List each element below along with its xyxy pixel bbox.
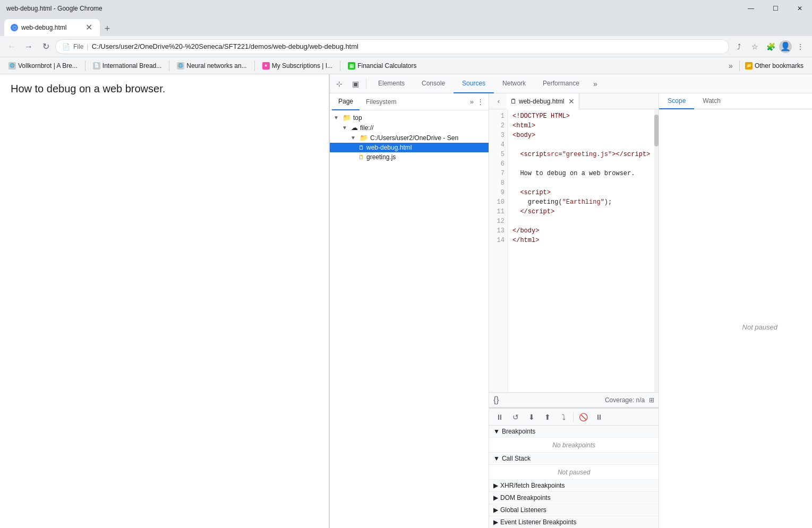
tab-console[interactable]: Console xyxy=(413,74,454,93)
url-text: C:/Users/user2/OneDrive%20-%20Seneca/SFT… xyxy=(92,42,722,50)
call-stack-header[interactable]: ▼ Call Stack xyxy=(489,453,659,465)
sources-tabs-more[interactable]: » xyxy=(470,98,474,106)
debug-resume-button[interactable]: ↺ xyxy=(509,411,522,423)
code-line-14: </html> xyxy=(512,236,650,245)
address-bar: ← → ↻ 📄 File | C:/Users/user2/OneDrive%2… xyxy=(0,36,812,57)
tree-item-greetingjs[interactable]: 🗒 greeting.js xyxy=(330,152,489,162)
editor-tab-close[interactable]: ✕ xyxy=(568,97,575,106)
reload-button[interactable]: ↻ xyxy=(38,39,53,54)
editor-scrollbar-thumb[interactable] xyxy=(654,115,659,146)
bookmark-label-1: Vollkornbrot | A Bre... xyxy=(18,62,78,70)
editor-tab-icon: 🗒 xyxy=(510,98,517,105)
xhr-breakpoints-header[interactable]: ▶ XHR/fetch Breakpoints xyxy=(489,480,659,492)
code-content[interactable]: <!DOCTYPE HTML> <html> <body> <script sr… xyxy=(508,109,654,392)
close-button[interactable]: ✕ xyxy=(788,0,812,17)
coverage-text: Coverage: n/a xyxy=(605,396,645,404)
dom-breakpoints-header[interactable]: ▶ DOM Breakpoints xyxy=(489,492,659,504)
code-line-11: </script> xyxy=(512,207,650,217)
tab-elements[interactable]: Elements xyxy=(370,74,413,93)
editor-bottom-bar: {} Coverage: n/a ⊞ xyxy=(489,392,659,407)
coverage-icon[interactable]: ⊞ xyxy=(649,396,654,404)
main-area: How to debug on a web browser. ⊹ ▣ Eleme… xyxy=(0,74,812,528)
line-num-7: 7 xyxy=(489,169,508,178)
dom-label: DOM Breakpoints xyxy=(500,494,551,501)
page-content: How to debug on a web browser. xyxy=(0,74,329,528)
sources-tab-page[interactable]: Page xyxy=(332,93,360,110)
code-line-1: <!DOCTYPE HTML> xyxy=(512,111,650,121)
scope-content: Not paused xyxy=(659,109,812,528)
bookmark-subscriptions[interactable]: ★ My Subscriptions | I... xyxy=(258,61,337,71)
file-tree: ▼ 📁 top ▼ ☁ file:// ▼ 📁 C:/Users/use xyxy=(330,110,489,528)
bookmark-favicon-1: 🌐 xyxy=(8,62,16,70)
sources-tab-filesystem[interactable]: Filesystem xyxy=(360,93,403,110)
tab-network[interactable]: Network xyxy=(494,74,534,93)
new-tab-button[interactable]: + xyxy=(100,21,115,36)
code-editor[interactable]: 1 2 3 4 5 6 7 8 9 10 11 12 13 xyxy=(489,109,659,392)
extensions-button[interactable]: 🧩 xyxy=(763,39,778,54)
bookmark-button[interactable]: ☆ xyxy=(747,39,762,54)
tab-close-button[interactable]: ✕ xyxy=(84,23,93,32)
line-num-4: 4 xyxy=(489,140,508,150)
more-button[interactable]: ⋮ xyxy=(793,39,808,54)
debug-step-out-button[interactable]: ⤵ xyxy=(557,411,570,423)
bookmark-financial[interactable]: ▦ Financial Calculators xyxy=(344,61,421,71)
bookmark-separator-4 xyxy=(340,60,340,71)
maximize-button[interactable]: ☐ xyxy=(763,0,788,17)
devtools-device-icon[interactable]: ▣ xyxy=(348,76,363,91)
breakpoints-content: No breakpoints xyxy=(489,438,659,453)
tree-label-webdebug: web-debug.html xyxy=(366,144,412,151)
bookmark-other[interactable]: 📁 Other bookmarks xyxy=(741,61,808,71)
event-listener-breakpoints-header[interactable]: ▶ Event Listener Breakpoints xyxy=(489,516,659,528)
editor-tab-webdebug[interactable]: 🗒 web-debug.html ✕ xyxy=(506,93,579,109)
tree-arrow-top: ▼ xyxy=(332,115,340,120)
sources-menu-button[interactable]: ⋮ xyxy=(474,96,486,108)
line-num-11: 11 xyxy=(489,207,508,217)
editor-tab-left-arrow[interactable]: ‹ xyxy=(491,97,506,105)
debug-step-over-button[interactable]: ⬇ xyxy=(525,411,538,423)
breakpoints-header[interactable]: ▼ Breakpoints xyxy=(489,426,659,438)
profile-button[interactable]: 👤 xyxy=(779,40,792,53)
devtools-body: Page Filesystem » ⋮ ▼ 📁 top xyxy=(330,93,812,528)
minimize-button[interactable]: — xyxy=(739,0,763,17)
back-button[interactable]: ← xyxy=(4,39,19,54)
code-line-3: <body> xyxy=(512,131,650,140)
bookmark-neural[interactable]: 🌐 Neural networks an... xyxy=(173,61,251,71)
code-line-5: <script src="greeting.js"></script> xyxy=(512,150,650,159)
tab-watch[interactable]: Watch xyxy=(694,93,729,109)
bookmark-label-5: Financial Calculators xyxy=(357,62,416,70)
bookmark-vollkornbrot[interactable]: 🌐 Vollkornbrot | A Bre... xyxy=(4,61,82,71)
tab-performance[interactable]: Performance xyxy=(534,74,588,93)
editor-tabs: ‹ 🗒 web-debug.html ✕ xyxy=(489,93,659,109)
share-button[interactable]: ⤴ xyxy=(731,39,746,54)
window-title: web-debug.html - Google Chrome xyxy=(0,5,739,12)
debug-toolbar: ⏸ ↺ ⬇ ⬆ ⤵ 🚫 ⏸ xyxy=(489,409,659,426)
url-separator: | xyxy=(87,42,88,50)
url-bar[interactable]: 📄 File | C:/Users/user2/OneDrive%20-%20S… xyxy=(55,39,729,54)
bookmark-label-3: Neural networks an... xyxy=(186,62,246,70)
tree-item-dir[interactable]: ▼ 📁 C:/Users/user2/OneDrive - Sen xyxy=(330,133,489,143)
bookmark-international[interactable]: 📄 International Bread... xyxy=(89,61,166,71)
devtools-more-tabs[interactable]: » xyxy=(588,76,603,91)
devtools-cursor-icon[interactable]: ⊹ xyxy=(332,76,347,91)
tab-favicon: ⬡ xyxy=(11,24,18,31)
bookmark-favicon-3: 🌐 xyxy=(177,62,184,70)
tree-item-top[interactable]: ▼ 📁 top xyxy=(330,112,489,123)
line-num-13: 13 xyxy=(489,226,508,236)
debug-async-button[interactable]: ⏸ xyxy=(593,411,605,423)
tree-item-file[interactable]: ▼ ☁ file:// xyxy=(330,123,489,133)
debug-deactivate-button[interactable]: 🚫 xyxy=(577,411,589,423)
curly-braces-icon[interactable]: {} xyxy=(493,395,499,405)
tab-sources[interactable]: Sources xyxy=(454,74,494,93)
tab-scope[interactable]: Scope xyxy=(659,93,694,109)
bookmarks-more-button[interactable]: » xyxy=(723,58,738,73)
tree-item-webdebug[interactable]: 🗒 web-debug.html xyxy=(330,143,489,152)
editor-scrollbar[interactable] xyxy=(654,109,659,392)
debug-pause-button[interactable]: ⏸ xyxy=(493,411,506,423)
debug-step-into-button[interactable]: ⬆ xyxy=(541,411,554,423)
line-num-10: 10 xyxy=(489,197,508,207)
code-line-13: </body> xyxy=(512,226,650,236)
browser-tab-active[interactable]: ⬡ web-debug.html ✕ xyxy=(4,19,100,36)
forward-button[interactable]: → xyxy=(21,39,36,54)
cloud-icon-file: ☁ xyxy=(351,124,358,132)
global-listeners-header[interactable]: ▶ Global Listeners xyxy=(489,504,659,516)
